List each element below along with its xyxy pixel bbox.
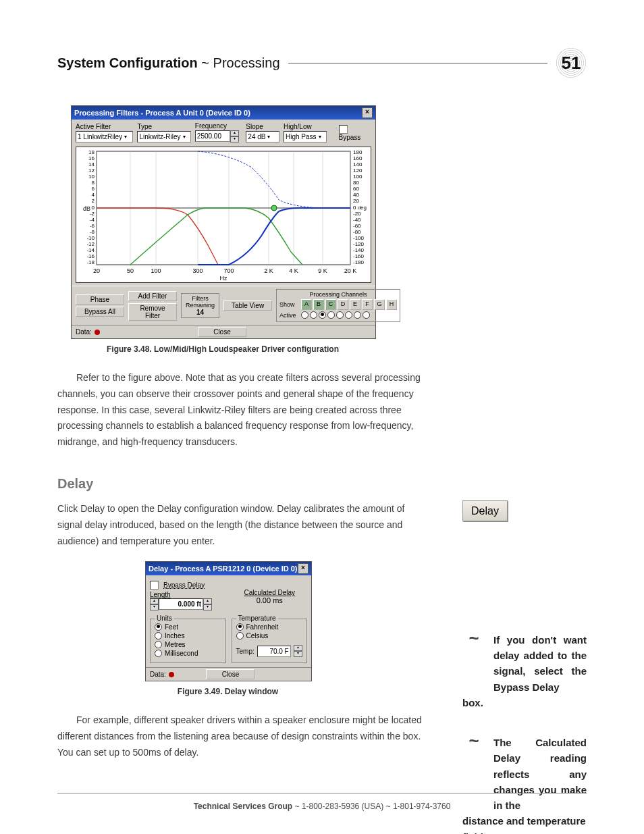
close-button[interactable]: Close bbox=[206, 669, 254, 679]
svg-text:8: 8 bbox=[92, 180, 95, 186]
channel-D[interactable]: D bbox=[338, 299, 348, 310]
temp-f[interactable] bbox=[236, 623, 244, 631]
channel-G[interactable]: G bbox=[374, 299, 385, 310]
data-label: Data: bbox=[76, 328, 92, 336]
delay-button[interactable]: Delay bbox=[462, 500, 508, 521]
svg-text:-160: -160 bbox=[353, 253, 365, 259]
type-select[interactable]: Linkwitz-Riley bbox=[137, 131, 190, 142]
channel-B[interactable]: B bbox=[313, 299, 324, 310]
delay-window: Delay - Process A PSR1212 0 (Device ID 0… bbox=[145, 561, 312, 681]
svg-text:300: 300 bbox=[192, 267, 203, 274]
remove-filter-button[interactable]: Remove Filter bbox=[128, 303, 177, 321]
active-E[interactable] bbox=[336, 311, 344, 319]
svg-text:16: 16 bbox=[88, 155, 95, 161]
svg-text:4 K: 4 K bbox=[289, 267, 298, 274]
data-label: Data: bbox=[150, 671, 166, 678]
length-spinner-left[interactable]: ▴▾ bbox=[150, 598, 159, 610]
page-number-badge: 51 bbox=[556, 47, 587, 78]
svg-text:-14: -14 bbox=[86, 247, 95, 253]
svg-text:40: 40 bbox=[353, 192, 359, 198]
calculated-delay-label: Calculated Delay bbox=[232, 589, 308, 596]
length-label: Length bbox=[150, 591, 225, 598]
data-status-icon bbox=[169, 672, 174, 677]
add-filter-button[interactable]: Add Filter bbox=[128, 291, 177, 301]
svg-point-60 bbox=[271, 205, 277, 211]
active-B[interactable] bbox=[310, 311, 317, 319]
svg-text:-120: -120 bbox=[353, 241, 365, 247]
bypass-all-button[interactable]: Bypass All bbox=[76, 307, 124, 317]
page-header: System Configuration ~ Processing 51 bbox=[57, 47, 587, 78]
active-filter-label: Active Filter bbox=[76, 123, 133, 130]
active-filter-select[interactable]: 1 LinkwitzRiley bbox=[76, 131, 133, 142]
note-1-tail: box. bbox=[462, 695, 587, 710]
svg-text:4: 4 bbox=[92, 192, 95, 198]
close-icon[interactable]: × bbox=[298, 563, 308, 574]
frequency-input[interactable]: 2500.00 bbox=[195, 130, 230, 142]
active-H[interactable] bbox=[363, 311, 370, 319]
calculated-delay-value: 0.00 ms bbox=[232, 596, 308, 604]
temp-input[interactable]: 70.0 F bbox=[257, 646, 291, 657]
svg-text:-12: -12 bbox=[86, 241, 95, 247]
svg-text:-18: -18 bbox=[86, 259, 95, 265]
unit-inches[interactable] bbox=[155, 632, 162, 640]
length-input[interactable]: 0.000 ft bbox=[159, 598, 203, 610]
temp-c[interactable] bbox=[236, 632, 244, 640]
highlow-label: High/Low bbox=[284, 123, 327, 130]
frequency-response-plot: 181614 12108 642 0-2-4 -6-8-10 -12-14-16… bbox=[76, 147, 371, 283]
svg-text:12: 12 bbox=[88, 167, 95, 174]
svg-text:700: 700 bbox=[223, 267, 234, 274]
svg-text:-180: -180 bbox=[353, 259, 365, 265]
svg-text:-60: -60 bbox=[353, 223, 361, 229]
svg-text:14: 14 bbox=[88, 161, 95, 167]
svg-text:140: 140 bbox=[353, 161, 363, 167]
svg-text:50: 50 bbox=[127, 267, 134, 274]
unit-metres[interactable] bbox=[155, 641, 162, 648]
note-1-indent: If you don't want delay added to the sig… bbox=[493, 632, 587, 695]
header-section: System Configuration bbox=[57, 55, 198, 70]
data-status-icon bbox=[95, 330, 100, 335]
active-G[interactable] bbox=[354, 311, 361, 319]
svg-text:18: 18 bbox=[88, 149, 95, 155]
svg-text:100: 100 bbox=[353, 174, 363, 180]
active-C[interactable] bbox=[319, 311, 326, 319]
note-icon: ~ bbox=[462, 737, 485, 752]
svg-text:0: 0 bbox=[92, 205, 95, 211]
bypass-delay-checkbox[interactable] bbox=[150, 581, 159, 590]
figure-caption-349: Figure 3.49. Delay window bbox=[145, 687, 311, 696]
bypass-checkbox[interactable] bbox=[339, 125, 348, 134]
active-D[interactable] bbox=[327, 311, 335, 319]
svg-text:180: 180 bbox=[353, 149, 363, 155]
svg-text:-16: -16 bbox=[86, 253, 95, 259]
frequency-label: Frequency bbox=[195, 122, 242, 130]
close-icon[interactable]: × bbox=[362, 107, 373, 118]
phase-button[interactable]: Phase bbox=[76, 294, 124, 305]
length-spinner-right[interactable]: ▴▾ bbox=[203, 598, 212, 610]
table-view-button[interactable]: Table View bbox=[223, 301, 272, 311]
delay-window-title: Delay - Process A PSR1212 0 (Device ID 0… bbox=[149, 565, 298, 573]
paragraph-2: For example, different speaker drivers w… bbox=[57, 712, 422, 760]
svg-text:-100: -100 bbox=[353, 235, 365, 241]
svg-text:-80: -80 bbox=[353, 229, 361, 235]
highlow-select[interactable]: High Pass bbox=[284, 131, 327, 142]
active-F[interactable] bbox=[345, 311, 352, 319]
close-button[interactable]: Close bbox=[198, 327, 246, 337]
active-A[interactable] bbox=[301, 311, 308, 319]
svg-text:20: 20 bbox=[93, 267, 100, 274]
slope-select[interactable]: 24 dB bbox=[246, 131, 279, 142]
temp-spinner[interactable]: ▴▾ bbox=[294, 645, 302, 657]
unit-feet[interactable] bbox=[155, 623, 162, 631]
unit-ms[interactable] bbox=[155, 650, 162, 657]
delay-heading: Delay bbox=[57, 476, 587, 492]
svg-text:100: 100 bbox=[151, 267, 161, 274]
window-title: Processing Filters - Process A Unit 0 (D… bbox=[74, 109, 250, 117]
frequency-spinner[interactable]: ▴▾ bbox=[230, 130, 239, 142]
slope-label: Slope bbox=[246, 123, 279, 130]
svg-text:20: 20 bbox=[353, 198, 359, 204]
channel-E[interactable]: E bbox=[350, 299, 360, 310]
channel-F[interactable]: F bbox=[362, 299, 373, 310]
channel-C[interactable]: C bbox=[325, 299, 336, 310]
channel-H[interactable]: H bbox=[386, 299, 397, 310]
svg-text:0 deg: 0 deg bbox=[353, 205, 367, 211]
channel-A[interactable]: A bbox=[301, 299, 312, 310]
svg-text:-8: -8 bbox=[90, 229, 95, 235]
